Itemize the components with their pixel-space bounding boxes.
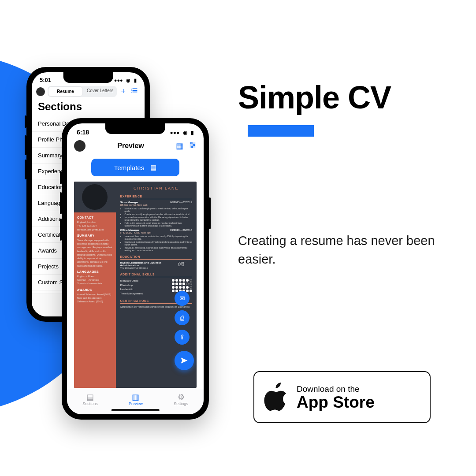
appstore-line1: Download on the — [297, 384, 375, 394]
svg-point-2 — [191, 146, 193, 148]
send-fab[interactable] — [175, 351, 194, 370]
email-fab[interactable]: ✉ — [175, 291, 190, 306]
status-time: 5:01 — [40, 77, 51, 83]
segment-resume[interactable]: Resume — [48, 87, 82, 96]
tab-settings[interactable]: ⚙Settings — [174, 393, 188, 406]
appstore-line2: App Store — [297, 394, 375, 410]
adjust-icon[interactable] — [189, 141, 197, 151]
avatar[interactable] — [36, 87, 45, 96]
tagline: Creating a resume has never been easier. — [238, 231, 450, 268]
battery-icon: ▮ — [191, 130, 194, 136]
wifi-icon: ◉ — [183, 130, 187, 136]
phone-preview-mockup: 6:18 ●●● ◉ ▮ Preview ▦ Templates ▤ — [62, 118, 209, 420]
print-fab[interactable]: ⎙ — [175, 310, 190, 325]
add-icon[interactable]: + — [119, 87, 127, 96]
apple-logo-icon — [264, 383, 289, 412]
page-title: Preview — [117, 142, 144, 150]
document-icon[interactable]: ▦ — [176, 141, 183, 151]
signal-icon: ●●● — [170, 130, 179, 136]
segment-cover-letters[interactable]: Cover Letters — [83, 86, 117, 97]
appstore-badge[interactable]: Download on the App Store — [253, 371, 431, 423]
share-fab[interactable]: ⇪ — [175, 330, 190, 345]
headline: Simple CV — [238, 79, 391, 115]
home-indicator — [112, 409, 160, 411]
preview-icon: ▥ — [129, 393, 143, 402]
sections-icon: ▤ — [82, 393, 98, 402]
settings-icon: ⚙ — [174, 393, 188, 402]
signal-icon: ●●● — [114, 78, 123, 83]
battery-icon: ▮ — [134, 78, 137, 83]
avatar[interactable] — [74, 140, 86, 152]
sort-icon[interactable] — [130, 86, 140, 97]
page-title: Sections — [32, 100, 145, 115]
svg-point-0 — [190, 142, 192, 144]
resume-name: CHRISTIAN LANE — [120, 186, 192, 190]
segmented-control[interactable]: Resume Cover Letters — [48, 86, 117, 97]
tab-preview[interactable]: ▥Preview — [129, 393, 143, 406]
svg-point-1 — [193, 144, 195, 146]
template-icon: ▤ — [150, 164, 156, 171]
status-time: 6:18 — [77, 129, 89, 136]
tab-sections[interactable]: ▤Sections — [82, 393, 98, 406]
resume-photo — [82, 184, 108, 210]
accent-underline — [248, 125, 314, 137]
templates-button[interactable]: Templates ▤ — [91, 159, 179, 176]
wifi-icon: ◉ — [126, 78, 130, 83]
